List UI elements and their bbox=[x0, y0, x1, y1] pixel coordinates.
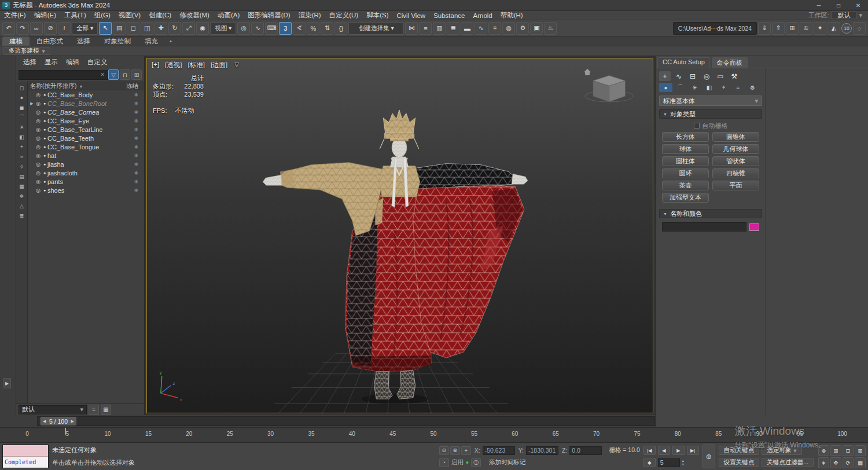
toggle-layer-explorer-icon[interactable]: ≣ bbox=[447, 22, 459, 35]
percent-snap-icon[interactable]: % bbox=[307, 22, 319, 35]
window-crossing-icon[interactable]: ◫ bbox=[141, 22, 153, 35]
info-icon[interactable]: ⓘ bbox=[471, 458, 481, 467]
go-to-end-button[interactable]: ▶| bbox=[687, 446, 699, 455]
scene-object-row[interactable]: ◎ ● jiashacloth ❄ bbox=[28, 168, 144, 177]
object-type-button[interactable]: 球体 bbox=[662, 144, 709, 154]
scene-object-row[interactable]: ◎ ● jiasha ❄ bbox=[28, 160, 144, 168]
previous-frame-button[interactable]: ◀ bbox=[658, 446, 670, 455]
visibility-icon[interactable]: ◎ bbox=[35, 144, 42, 150]
freeze-column-header[interactable]: 冻结 bbox=[126, 82, 138, 90]
zoom-all-icon[interactable]: ⊞ bbox=[830, 445, 841, 456]
polygon-modeling-panel-button[interactable]: 多边形建模 ▾ bbox=[3, 47, 50, 55]
hierarchy-mode-icon[interactable]: ≣ bbox=[17, 211, 27, 220]
select-and-link-icon[interactable]: ∞ bbox=[30, 22, 43, 35]
menu-item[interactable]: 动画(A) bbox=[214, 11, 244, 20]
ribbon-tab-object-paint[interactable]: 对象绘制 bbox=[97, 36, 138, 46]
export-file-icon[interactable]: ⇑ bbox=[772, 22, 785, 35]
play-animation-button[interactable]: ▶ bbox=[672, 446, 685, 455]
schematic-view-icon[interactable]: ⌗ bbox=[488, 22, 501, 35]
visibility-icon[interactable]: ◎ bbox=[35, 170, 42, 176]
menu-item[interactable]: 文件(F) bbox=[0, 11, 30, 20]
display-helpers-icon[interactable]: ⌖ bbox=[17, 142, 27, 151]
share-view-icon[interactable]: ✦ bbox=[814, 22, 826, 35]
freeze-icon[interactable]: ❄ bbox=[134, 135, 138, 141]
minimize-button[interactable]: ─ bbox=[809, 0, 829, 10]
zoom-icon[interactable]: ⊕ bbox=[818, 445, 829, 456]
zoom-extents-icon[interactable]: ⊡ bbox=[843, 445, 854, 456]
object-type-button[interactable]: 长方体 bbox=[662, 132, 709, 142]
freeze-icon[interactable]: ❄ bbox=[134, 161, 138, 167]
freeze-icon[interactable]: ❄ bbox=[134, 92, 138, 98]
viewport-pov-menu[interactable]: [透视] bbox=[165, 61, 182, 69]
helpers-category-icon[interactable]: ⌖ bbox=[717, 83, 730, 92]
time-slider-track[interactable]: ◀ 5 / 100 ▶ bbox=[37, 416, 655, 426]
viewport-shading-menu[interactable]: [标准] bbox=[188, 61, 205, 69]
align-icon[interactable]: ≡ bbox=[419, 22, 432, 35]
close-button[interactable]: ✕ bbox=[848, 0, 868, 10]
object-type-button[interactable]: 茶壶 bbox=[662, 181, 709, 190]
go-to-start-button[interactable]: |◀ bbox=[643, 446, 656, 455]
curve-editor-icon[interactable]: ∿ bbox=[475, 22, 487, 35]
scene-object-row[interactable]: ◎ ● CC_Base_Cornea ❄ bbox=[28, 108, 144, 116]
y-coordinate-field[interactable]: -1830.301 bbox=[526, 446, 558, 455]
toggle-scene-explorer-icon[interactable]: ▥ bbox=[433, 22, 446, 35]
current-frame-field[interactable]: 5 bbox=[658, 458, 680, 467]
ribbon-tab-freeform[interactable]: 自由形式 bbox=[30, 36, 70, 46]
menu-item[interactable]: Arnold bbox=[469, 12, 496, 19]
object-color-swatch[interactable] bbox=[749, 223, 759, 231]
lights-category-icon[interactable]: ☀ bbox=[688, 83, 701, 92]
display-spacewarps-icon[interactable]: ≈ bbox=[17, 152, 27, 161]
freeze-icon[interactable]: ❄ bbox=[134, 170, 138, 176]
spinner-snap-icon[interactable]: ⇅ bbox=[321, 22, 333, 35]
bind-to-space-warp-icon[interactable]: ≀ bbox=[58, 22, 71, 35]
visibility-icon[interactable]: ◎ bbox=[35, 92, 42, 98]
add-time-tag-button[interactable]: 添加时间标记 bbox=[489, 458, 525, 467]
angle-snap-icon[interactable]: ∢ bbox=[293, 22, 306, 35]
ribbon-tab-selection[interactable]: 选择 bbox=[70, 36, 97, 46]
set-key-mode-button[interactable]: 设置关键点 bbox=[719, 458, 760, 467]
visibility-icon[interactable]: ◎ bbox=[35, 179, 42, 185]
unlink-selection-icon[interactable]: ⊘ bbox=[44, 22, 57, 35]
menu-item[interactable]: 编辑(E) bbox=[30, 11, 60, 20]
freeze-icon[interactable]: ❄ bbox=[134, 127, 138, 133]
project-folder-field[interactable]: C:\Users\Ad⋯ds Max 2024 bbox=[673, 22, 757, 35]
rectangular-selection-region-icon[interactable]: ◻ bbox=[127, 22, 139, 35]
display-frozen-icon[interactable]: ❄ bbox=[17, 192, 27, 200]
import-file-icon[interactable]: ⇓ bbox=[758, 22, 771, 35]
menu-item[interactable]: 自定义(U) bbox=[325, 11, 362, 20]
select-and-rotate-icon[interactable]: ↻ bbox=[168, 22, 181, 35]
render-production-icon[interactable]: ♨ bbox=[544, 22, 557, 35]
lock-icon[interactable]: ⊓ bbox=[120, 69, 130, 80]
scene-object-row[interactable]: ◎ ● hat ❄ bbox=[28, 151, 144, 160]
expand-panel-button[interactable]: ▶ bbox=[3, 378, 11, 388]
object-type-button[interactable]: 管状体 bbox=[712, 156, 759, 166]
render-setup-icon[interactable]: ⚙ bbox=[516, 22, 529, 35]
listener-output-row[interactable]: Completed bbox=[3, 457, 48, 468]
select-object-icon[interactable]: ↖ bbox=[99, 22, 112, 35]
pan-view-icon[interactable]: ✥ bbox=[830, 457, 841, 468]
menu-item[interactable]: Civil View bbox=[392, 12, 429, 19]
auto-key-button[interactable]: 自动关键点 bbox=[719, 446, 760, 455]
next-frame-arrow[interactable]: ▶ bbox=[71, 419, 74, 424]
set-key-big-button[interactable]: ⊕ bbox=[703, 445, 715, 468]
motion-panel-icon[interactable]: ◎ bbox=[701, 71, 712, 81]
viewport-canvas[interactable]: x y z bbox=[147, 58, 653, 413]
absolute-mode-toggle-icon[interactable]: ⌖ bbox=[461, 446, 471, 455]
explorer-menu-display[interactable]: 显示 bbox=[41, 58, 61, 67]
scene-object-row[interactable]: ◎ ● CC_Base_Teeth ❄ bbox=[28, 134, 144, 142]
menu-item[interactable]: 帮助(H) bbox=[496, 11, 527, 20]
previous-frame-arrow[interactable]: ◀ bbox=[43, 419, 46, 424]
redo-icon[interactable]: ↷ bbox=[16, 22, 29, 35]
freeze-icon[interactable]: ❄ bbox=[134, 179, 138, 185]
isolate-selection-toggle-icon[interactable]: ⊙ bbox=[439, 446, 449, 455]
hierarchy-panel-icon[interactable]: ⊟ bbox=[687, 71, 698, 81]
zoom-extents-all-icon[interactable]: ⊠ bbox=[855, 445, 866, 456]
scene-object-row[interactable]: ◎ ● CC_Base_Body ❄ bbox=[28, 90, 144, 99]
time-slider[interactable]: ◀ 5 / 100 ▶ bbox=[41, 417, 76, 425]
visibility-icon[interactable]: ◎ bbox=[35, 135, 42, 141]
menu-item[interactable]: 渲染(R) bbox=[295, 11, 325, 20]
reference-coordinate-dropdown[interactable]: 视图 ▾ bbox=[210, 22, 236, 35]
scene-object-row[interactable]: ▶ ◎ ● CC_Base_BoneRoot ❄ bbox=[28, 99, 144, 108]
selection-filter-dropdown[interactable]: 全部 ▾ bbox=[72, 22, 98, 35]
menu-item[interactable]: 工具(T) bbox=[60, 11, 90, 20]
